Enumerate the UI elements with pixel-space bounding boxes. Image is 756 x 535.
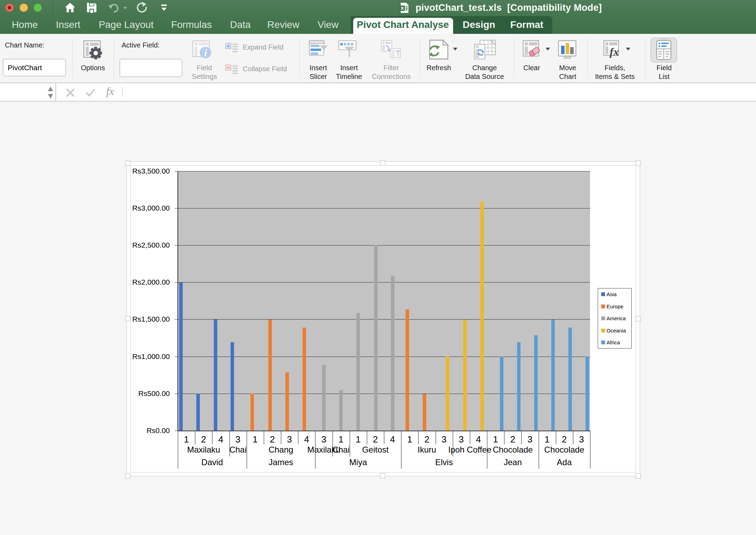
svg-text:fx: fx <box>610 45 619 58</box>
